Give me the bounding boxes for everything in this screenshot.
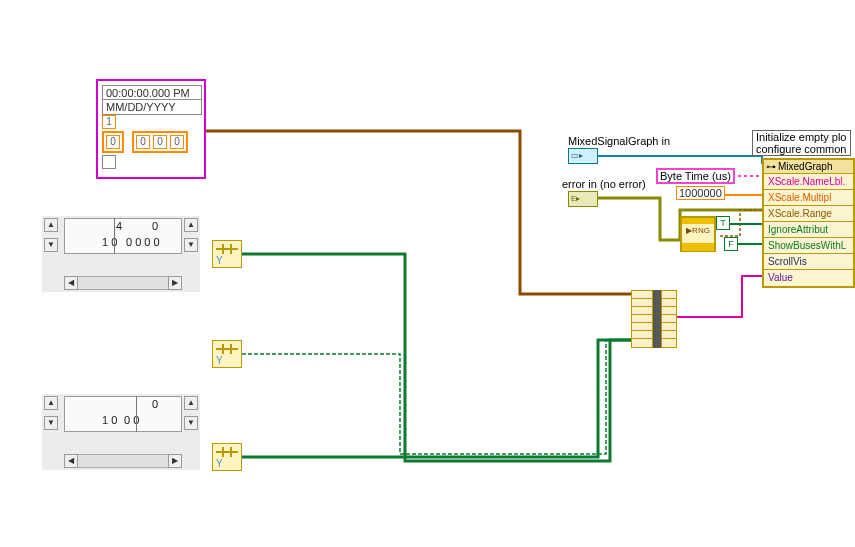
array0-up-1[interactable]: ▲ [184,218,198,232]
waveform-cell-2[interactable]: 0 [170,135,184,149]
array0-dn-0[interactable]: ▼ [44,238,58,252]
build-waveform-cluster[interactable] [631,290,653,348]
waveform-cell-1[interactable]: 0 [153,135,167,149]
array1-header-right: 0 [152,398,158,410]
merge-output [661,290,677,348]
waveform-count[interactable]: 1 [102,115,116,129]
waveform-cell-0[interactable]: 0 [136,135,150,149]
prop-xscale-range[interactable]: XScale.Range [764,206,853,222]
waveform-index[interactable]: 0 [106,135,120,149]
multiplier-constant[interactable]: 1000000 [676,186,725,200]
waveform-y-node-2[interactable] [212,443,242,471]
waveform-y-node-1[interactable] [212,340,242,368]
array0-dn-1[interactable]: ▼ [184,238,198,252]
array0-header-right: 0 [152,220,158,232]
property-node[interactable]: ⊶ MixedGraph XScale.NameLbl. XScale.Mult… [762,158,855,288]
array1-up-1[interactable]: ▲ [184,396,198,410]
prop-show-buses[interactable]: ShowBusesWithL [764,238,853,254]
waveform-attr-box [102,155,116,169]
array1-hscroll[interactable]: ◀ ▶ [64,454,182,468]
error-in-label: error in (no error) [562,178,646,190]
prop-xscale-multiplier[interactable]: XScale.Multipl [764,190,853,206]
false-constant[interactable]: F [724,237,738,251]
property-node-header: ⊶ MixedGraph [764,160,853,174]
array1-dn-1[interactable]: ▼ [184,416,198,430]
array-panel-1: 0 1 0 0 0 ▲ ▼ ▲ ▼ ◀ ▶ [42,394,200,470]
graph-ref-terminal[interactable]: ▭▸ [568,148,598,164]
graph-ref-label: MixedSignalGraph in [568,135,670,147]
prop-value[interactable]: Value [764,270,853,286]
array1-up-0[interactable]: ▲ [44,396,58,410]
error-in-terminal[interactable]: E▸ [568,191,598,207]
waveform-time-line2: MM/DD/YYYY [102,99,202,115]
array1-dn-0[interactable]: ▼ [44,416,58,430]
merge-signals-node[interactable] [653,290,661,348]
range-subvi[interactable]: ▶RNG [680,216,716,252]
waveform-constant: 00:00:00.000 PM MM/DD/YYYY 1 0 0 0 0 [96,79,206,179]
array0-row-left: 1 0 [102,236,117,248]
prop-xscale-namelbl[interactable]: XScale.NameLbl. [764,174,853,190]
byte-time-label: Byte Time (us) [656,168,735,184]
array0-hscroll[interactable]: ◀ ▶ [64,276,182,290]
waveform-y-node-0[interactable] [212,240,242,268]
array0-up-0[interactable]: ▲ [44,218,58,232]
array1-row-values: 0 0 [124,414,139,426]
array0-row-values: 0 0 0 0 [126,236,160,248]
array0-header-left: 4 [116,220,122,232]
comment-caption: Initialize empty plo configure common [752,130,851,156]
prop-ignore-attributes[interactable]: IgnoreAttribut [764,222,853,238]
true-constant[interactable]: T [716,216,730,230]
array1-row-left: 1 0 [102,414,117,426]
array-panel-0: 4 0 1 0 0 0 0 0 ▲ ▼ ▲ ▼ ◀ ▶ [42,216,200,292]
prop-scrollvis[interactable]: ScrollVis [764,254,853,270]
